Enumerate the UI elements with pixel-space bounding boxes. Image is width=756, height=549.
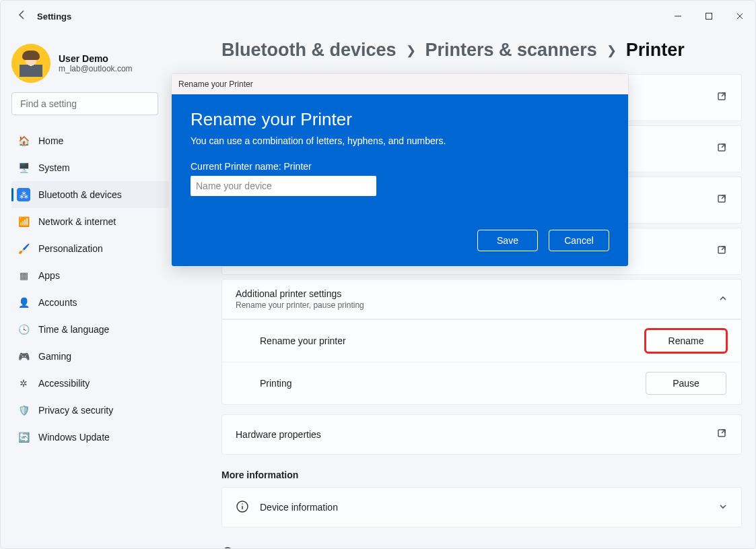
open-external-icon — [717, 194, 728, 207]
nav-label: Gaming — [38, 351, 71, 362]
search-input[interactable] — [19, 98, 151, 110]
printing-label: Printing — [260, 378, 291, 389]
help-row: Get help — [221, 546, 742, 548]
nav-label: Accessibility — [38, 378, 90, 389]
nav-apps[interactable]: ▦Apps — [11, 262, 169, 289]
user-profile[interactable]: User Demo m_lab@outlook.com — [11, 44, 169, 83]
info-icon — [236, 500, 249, 515]
open-external-icon — [717, 428, 728, 441]
minimize-button[interactable] — [662, 1, 693, 32]
nav-label: Home — [38, 135, 63, 146]
privacy-icon: 🛡️ — [14, 405, 33, 416]
nav-label: Network & internet — [38, 216, 116, 227]
svg-point-9 — [242, 503, 243, 505]
chevron-up-icon — [718, 294, 728, 305]
hardware-label: Hardware properties — [236, 429, 321, 440]
apps-icon: ▦ — [14, 270, 33, 281]
titlebar: Settings — [1, 1, 755, 32]
svg-rect-1 — [706, 13, 712, 20]
nav-label: Personalization — [38, 243, 103, 254]
additional-settings-expanded: Rename your printer Rename Printing Paus… — [221, 319, 742, 405]
nav-system[interactable]: 🖥️System — [11, 154, 169, 181]
nav-list: 🏠Home 🖥️System ⁂Bluetooth & devices 📶Net… — [11, 127, 169, 451]
breadcrumb-c: Printer — [626, 40, 685, 61]
more-info-heading: More information — [221, 470, 742, 480]
device-info-label: Device information — [260, 502, 338, 513]
avatar — [11, 44, 50, 83]
modal-current-name: Current Printer name: Printer — [191, 161, 609, 172]
rename-label: Rename your printer — [260, 335, 346, 346]
accessibility-icon: ✲ — [14, 378, 33, 389]
modal-heading: Rename your Printer — [191, 109, 609, 130]
search-input-wrapper[interactable] — [11, 92, 158, 115]
modal-titlebar: Rename your Printer — [172, 74, 628, 94]
time-icon: 🕓 — [14, 324, 33, 335]
open-external-icon — [717, 143, 728, 156]
maximize-button[interactable] — [693, 1, 724, 32]
update-icon: 🔄 — [14, 432, 33, 443]
close-button[interactable] — [724, 1, 755, 32]
nav-label: Accounts — [38, 297, 77, 308]
accounts-icon: 👤 — [14, 297, 33, 308]
nav-privacy[interactable]: 🛡️Privacy & security — [11, 397, 169, 424]
nav-label: Privacy & security — [38, 405, 113, 416]
svg-point-10 — [223, 548, 232, 548]
cancel-button[interactable]: Cancel — [549, 230, 609, 251]
personalization-icon: 🖌️ — [14, 243, 33, 254]
panel-additional-settings[interactable]: Additional printer settings Rename your … — [221, 279, 742, 319]
network-icon: 📶 — [14, 216, 33, 227]
nav-label: Windows Update — [38, 432, 110, 443]
chevron-right-icon: ❯ — [607, 43, 617, 58]
row-printing: Printing Pause — [222, 362, 741, 404]
panel-device-info[interactable]: Device information — [221, 487, 742, 527]
panel-hardware-properties[interactable]: Hardware properties — [221, 414, 742, 455]
open-external-icon — [717, 92, 728, 104]
help-icon — [221, 546, 235, 548]
chevron-right-icon: ❯ — [406, 43, 416, 58]
additional-title: Additional printer settings — [236, 288, 341, 299]
nav-bluetooth[interactable]: ⁂Bluetooth & devices — [11, 181, 169, 208]
nav-label: Bluetooth & devices — [38, 189, 122, 200]
nav-accounts[interactable]: 👤Accounts — [11, 289, 169, 316]
system-icon: 🖥️ — [14, 162, 33, 173]
nav-home[interactable]: 🏠Home — [11, 127, 169, 154]
row-rename-printer: Rename your printer Rename — [222, 320, 741, 362]
nav-time[interactable]: 🕓Time & language — [11, 316, 169, 343]
back-button[interactable] — [17, 9, 28, 23]
home-icon: 🏠 — [14, 135, 33, 146]
nav-label: System — [38, 162, 70, 173]
window-controls — [662, 1, 755, 32]
user-email: m_lab@outlook.com — [59, 64, 133, 73]
nav-gaming[interactable]: 🎮Gaming — [11, 343, 169, 370]
pause-button[interactable]: Pause — [646, 372, 726, 395]
user-name: User Demo — [59, 53, 133, 64]
additional-sub: Rename your printer, pause printing — [236, 300, 364, 310]
nav-label: Time & language — [38, 324, 109, 335]
bluetooth-icon: ⁂ — [14, 188, 33, 201]
open-external-icon — [717, 245, 728, 258]
sidebar: User Demo m_lab@outlook.com 🏠Home 🖥️Syst… — [1, 34, 176, 548]
chevron-down-icon — [718, 502, 728, 513]
rename-modal: Rename your Printer Rename your Printer … — [171, 73, 629, 267]
nav-personalization[interactable]: 🖌️Personalization — [11, 235, 169, 262]
gaming-icon: 🎮 — [14, 351, 33, 362]
breadcrumb-b[interactable]: Printers & scanners — [425, 40, 597, 61]
save-button[interactable]: Save — [477, 230, 538, 251]
rename-input[interactable] — [191, 176, 376, 196]
rename-button[interactable]: Rename — [646, 329, 726, 352]
breadcrumb-a[interactable]: Bluetooth & devices — [221, 40, 397, 61]
modal-desc: You can use a combination of letters, hy… — [191, 135, 609, 146]
nav-update[interactable]: 🔄Windows Update — [11, 424, 169, 451]
nav-label: Apps — [38, 270, 60, 281]
nav-network[interactable]: 📶Network & internet — [11, 208, 169, 235]
nav-accessibility[interactable]: ✲Accessibility — [11, 370, 169, 397]
app-title: Settings — [37, 11, 71, 22]
breadcrumb: Bluetooth & devices ❯ Printers & scanner… — [221, 40, 742, 61]
